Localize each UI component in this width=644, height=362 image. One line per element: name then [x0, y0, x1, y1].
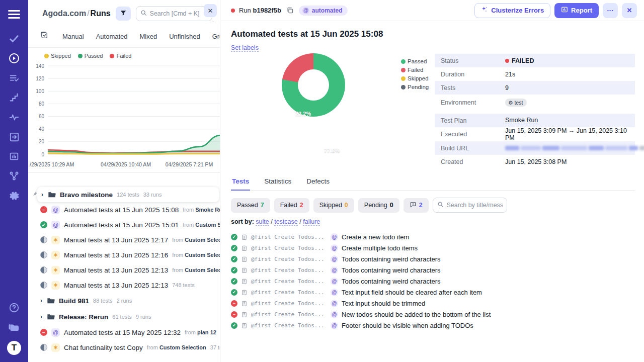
- testplan-link[interactable]: Smoke Run: [505, 117, 538, 124]
- run-source: Custom Selection: [185, 267, 220, 273]
- tab-groups[interactable]: Groups: [212, 33, 220, 40]
- test-suite[interactable]: @first Create Todos...: [251, 322, 331, 329]
- test-suite[interactable]: @first Create Todos...: [251, 278, 331, 285]
- settings-gear-icon[interactable]: [8, 190, 20, 202]
- reports-icon[interactable]: [8, 150, 20, 162]
- run-row[interactable]: ✶ Manual tests at 13 Jun 2025 12:16 from…: [28, 247, 220, 262]
- filter-button[interactable]: [116, 7, 131, 21]
- test-row[interactable]: ✓@first Create Todos...@Create a new tod…: [231, 231, 644, 242]
- copy-icon[interactable]: [285, 6, 295, 15]
- automated-icon: @: [331, 322, 338, 329]
- run-folder-row[interactable]: › Build 981 88 tests 2 runs: [28, 293, 220, 309]
- run-folder-row[interactable]: › Release: Rerun 61 tests 9 runs: [28, 309, 220, 325]
- filter-comments-button[interactable]: 2: [404, 198, 429, 213]
- tab-automated[interactable]: Automated: [96, 33, 128, 40]
- panel-close-button[interactable]: ✕: [204, 4, 217, 17]
- run-row[interactable]: − @ Automated tests at 15 Jun 2025 15:08…: [28, 202, 220, 217]
- activity-icon[interactable]: [8, 111, 20, 123]
- automated-icon: @: [331, 266, 338, 274]
- tab-unfinished[interactable]: Unfinished: [169, 33, 200, 40]
- test-search-input[interactable]: [447, 202, 503, 209]
- run-title: Release: Rerun: [59, 313, 108, 321]
- test-title[interactable]: Todos containing weird characters: [342, 266, 441, 274]
- more-button[interactable]: ···: [603, 3, 618, 18]
- steps-icon[interactable]: [8, 92, 20, 104]
- filter-skipped-button[interactable]: Skipped0: [313, 198, 354, 213]
- test-title[interactable]: Text input should be trimmed: [342, 300, 425, 307]
- select-all-icon[interactable]: [40, 31, 48, 41]
- detail-row-status: Status FAILED: [435, 54, 635, 67]
- panel-resize-icon[interactable]: ‥: [211, 18, 215, 23]
- test-title[interactable]: Create a new todo item: [342, 233, 409, 241]
- test-row[interactable]: ✓@first Create Todos...@Footer should be…: [231, 320, 644, 331]
- branch-icon[interactable]: [8, 170, 20, 182]
- donut-passed-label: 77.8%: [324, 147, 340, 153]
- runs-search[interactable]: [136, 6, 212, 21]
- partial-status-icon: [40, 266, 47, 274]
- run-row[interactable]: ✶ Manual tests at 13 Jun 2025 12:17 from…: [28, 232, 220, 247]
- test-row[interactable]: −@first Create Todos...@Text input shoul…: [231, 298, 644, 309]
- test-row[interactable]: ✓@first Create Todos...@Create multiple …: [231, 242, 644, 253]
- filter-pending-button[interactable]: Pending0: [358, 198, 399, 213]
- project-name[interactable]: Agoda.com: [42, 9, 86, 18]
- report-button[interactable]: Report: [554, 3, 599, 18]
- filter-failed-button[interactable]: Failed2: [274, 198, 309, 213]
- svg-text:60: 60: [39, 114, 45, 119]
- projects-folder-icon[interactable]: [8, 321, 20, 333]
- test-search[interactable]: [433, 198, 507, 213]
- sort-by-failure-link[interactable]: failure: [303, 218, 320, 226]
- sort-by-suite-link[interactable]: suite: [256, 218, 269, 226]
- test-list: ✓@first Create Todos...@Create a new tod…: [231, 231, 644, 331]
- run-row[interactable]: − @ Automated tests at 15 May 2025 12:32…: [28, 325, 220, 340]
- filter-passed-button[interactable]: Passed7: [231, 198, 270, 213]
- test-row[interactable]: ✓@first Create Todos...@Todos containing…: [231, 276, 644, 287]
- tab-tests[interactable]: Tests: [231, 174, 250, 191]
- search-input[interactable]: [150, 10, 208, 17]
- test-suite[interactable]: @first Create Todos...: [251, 289, 331, 296]
- chevron-right-icon[interactable]: ›: [40, 313, 42, 320]
- import-icon[interactable]: [8, 131, 20, 143]
- tab-manual[interactable]: Manual: [62, 33, 84, 40]
- test-title[interactable]: Text input field should be cleared after…: [342, 289, 482, 296]
- test-row[interactable]: ✓@first Create Todos...@Todos containing…: [231, 253, 644, 264]
- clipboard-icon: [241, 289, 248, 296]
- run-row[interactable]: ✶ Manual tests at 13 Jun 2025 12:13 748 …: [28, 278, 220, 293]
- chevron-right-icon[interactable]: ›: [40, 297, 42, 304]
- tab-defects[interactable]: Defects: [305, 174, 331, 190]
- test-suite[interactable]: @first Create Todos...: [251, 300, 331, 307]
- test-title[interactable]: Footer should be visible when adding TOD…: [342, 322, 473, 329]
- runs-icon[interactable]: [8, 52, 20, 64]
- test-row[interactable]: ✓@first Create Todos...@Text input field…: [231, 287, 644, 298]
- test-row[interactable]: −@first Create Todos...@New todos should…: [231, 309, 644, 320]
- menu-icon[interactable]: [8, 8, 20, 21]
- close-run-button[interactable]: ✕: [622, 3, 637, 18]
- test-title[interactable]: Create multiple todo items: [342, 244, 418, 252]
- set-labels-link[interactable]: Set labels: [231, 44, 259, 52]
- chevron-right-icon[interactable]: ›: [41, 191, 43, 198]
- run-row[interactable]: ✶ Chat functinality test Copy from Custo…: [28, 340, 220, 355]
- sort-by-testcase-link[interactable]: testcase: [274, 218, 298, 226]
- test-row[interactable]: ✓@first Create Todos...@Todos containing…: [231, 264, 644, 276]
- passed-status-icon: ✓: [231, 322, 237, 329]
- clipboard-icon: [241, 311, 248, 318]
- help-icon[interactable]: [8, 302, 20, 314]
- run-source: Custom Selection: [185, 237, 220, 243]
- test-title[interactable]: Todos containing weird characters: [342, 255, 441, 263]
- run-row[interactable]: ✶ Manual tests at 13 Jun 2025 12:13 from…: [28, 262, 220, 278]
- app-logo[interactable]: T: [7, 341, 21, 355]
- run-folder-row[interactable]: › Bravo milestone 124 tests 33 runs: [37, 187, 219, 202]
- check-icon[interactable]: [8, 33, 20, 45]
- tab-statistics[interactable]: Statistics: [263, 174, 292, 190]
- test-title[interactable]: New todos should be added to the bottom …: [342, 311, 491, 318]
- test-suite[interactable]: @first Create Todos...: [251, 234, 331, 240]
- test-suite[interactable]: @first Create Todos...: [251, 245, 331, 251]
- test-title[interactable]: Todos containing weird characters: [342, 278, 441, 285]
- test-suite[interactable]: @first Create Todos...: [251, 256, 331, 262]
- test-suite[interactable]: @first Create Todos...: [251, 267, 331, 274]
- clusterize-errors-button[interactable]: Clusterize Errors: [474, 3, 550, 18]
- run-source: plan 12: [197, 329, 216, 335]
- run-row[interactable]: ✓ @ Automated tests at 15 Jun 2025 15:01…: [28, 217, 220, 232]
- list-check-icon[interactable]: [8, 72, 20, 84]
- test-suite[interactable]: @first Create Todos...: [251, 311, 331, 318]
- tab-mixed[interactable]: Mixed: [140, 33, 157, 40]
